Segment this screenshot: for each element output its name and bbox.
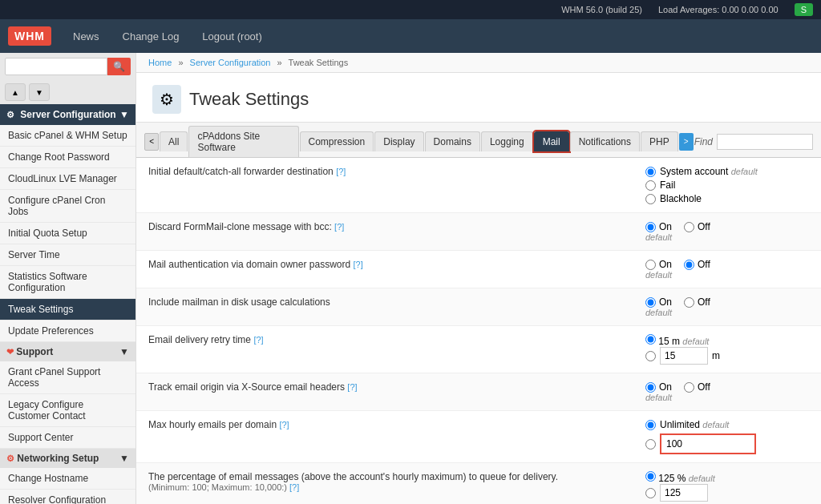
- tab-all[interactable]: All: [160, 131, 188, 151]
- radio-on-xsource[interactable]: [645, 382, 656, 393]
- tab-logging[interactable]: Logging: [481, 131, 533, 151]
- percent-input[interactable]: [660, 484, 708, 502]
- radio-percent-default[interactable]: [645, 471, 656, 482]
- settings-row-percent: The percentage of email messages (above …: [136, 463, 821, 504]
- help-maxhourly[interactable]: [?]: [279, 420, 289, 429]
- radio-unlimited-maxhourly: Unlimited default: [645, 419, 809, 430]
- formmail-default: default: [645, 232, 809, 242]
- radio-off-xsource[interactable]: [684, 382, 694, 393]
- percent-default-row: 125 % default: [645, 471, 809, 484]
- tab-mail[interactable]: Mail: [534, 131, 569, 151]
- radio-on-mailauth[interactable]: [645, 260, 656, 270]
- unlimited-label: Unlimited default: [660, 419, 729, 430]
- radio-off-mailauth[interactable]: [684, 260, 694, 270]
- sidebar-item-support-center[interactable]: Support Center: [0, 427, 135, 449]
- tab-prev-button[interactable]: <: [144, 133, 159, 151]
- radio-group-forwarder: System account default Fail Blackhole: [645, 166, 809, 204]
- sidebar-item-configure-cron[interactable]: Configure cPanel Cron Jobs: [0, 190, 135, 223]
- nav-news[interactable]: News: [63, 26, 109, 47]
- onoff-xsource: On Off: [645, 381, 809, 393]
- radio-system-account-label: System account default: [660, 166, 758, 177]
- tab-notifications[interactable]: Notifications: [570, 131, 640, 151]
- sidebar-item-change-root[interactable]: Change Root Password: [0, 147, 135, 168]
- radio-fail-input[interactable]: [645, 180, 656, 191]
- setting-control-maxhourly: Unlimited default: [633, 411, 821, 462]
- help-xsource[interactable]: [?]: [347, 382, 357, 392]
- retry-time-input-group: m: [645, 347, 809, 365]
- retry-unit-label: m: [712, 350, 720, 361]
- page-header-icon: ⚙: [152, 85, 181, 114]
- sidebar-item-tweak-settings[interactable]: Tweak Settings: [0, 299, 135, 321]
- maxhourly-input[interactable]: [660, 433, 756, 454]
- nav-logout[interactable]: Logout (root): [192, 26, 271, 47]
- radio-percent-custom[interactable]: [645, 488, 656, 498]
- sidebar-item-update-preferences[interactable]: Update Preferences: [0, 321, 135, 342]
- radio-off-formmail[interactable]: [684, 222, 694, 232]
- chevron-down-icon: ▼: [119, 109, 129, 120]
- tab-php[interactable]: PHP: [641, 131, 678, 151]
- breadcrumb-server-config[interactable]: Server Configuration: [190, 58, 271, 67]
- sidebar-item-statistics-software[interactable]: Statistics Software Configuration: [0, 266, 135, 299]
- sidebar-item-resolver-config[interactable]: Resolver Configuration: [0, 490, 135, 504]
- sidebar-back-button[interactable]: ▲: [5, 83, 26, 101]
- off-xsource: Off: [684, 381, 710, 393]
- radio-blackhole-input[interactable]: [645, 194, 656, 204]
- sidebar-item-change-hostname[interactable]: Change Hostname: [0, 468, 135, 490]
- help-forwarder[interactable]: [?]: [336, 167, 346, 176]
- percent-input-group: [645, 484, 809, 502]
- breadcrumb-home[interactable]: Home: [148, 58, 172, 67]
- radio-retry-default[interactable]: [645, 334, 656, 345]
- load-averages: Load Averages: 0.00 0.00 0.00: [658, 5, 779, 14]
- whm-version: WHM 56.0 (build 25): [561, 5, 642, 14]
- tab-domains[interactable]: Domains: [425, 131, 480, 151]
- sidebar-item-legacy-configure[interactable]: Legacy Configure Customer Contact: [0, 394, 135, 427]
- percent-sublabel: (Minimum: 100; Maximum: 10,000:) [?]: [148, 482, 621, 492]
- breadcrumb-current: Tweak Settings: [289, 58, 349, 67]
- sidebar-section-server-config[interactable]: ⚙ Server Configuration ▼: [0, 104, 135, 125]
- tab-next-button[interactable]: >: [679, 133, 694, 151]
- help-formmail[interactable]: [?]: [334, 222, 344, 232]
- sidebar-section-support[interactable]: ❤ Support ▼: [0, 342, 135, 361]
- radio-off-mailman[interactable]: [684, 297, 694, 308]
- radio-blackhole: Blackhole: [645, 193, 809, 204]
- find-input[interactable]: [717, 134, 813, 150]
- sidebar-item-server-time[interactable]: Server Time: [0, 244, 135, 266]
- radio-retry-custom[interactable]: [645, 351, 656, 361]
- sidebar-section-networking[interactable]: ⚙ Networking Setup ▼: [0, 449, 135, 468]
- tab-display[interactable]: Display: [374, 131, 423, 151]
- server-config-icon: ⚙: [6, 110, 14, 119]
- tab-compression[interactable]: Compression: [300, 131, 374, 151]
- help-mailauth[interactable]: [?]: [353, 260, 362, 269]
- off-mailauth-label: Off: [698, 259, 710, 270]
- top-bar-info: WHM 56.0 (build 25) Load Averages: 0.00 …: [561, 3, 813, 16]
- sidebar-forward-button[interactable]: ▼: [29, 83, 50, 101]
- mailman-default: default: [645, 308, 809, 317]
- radio-on-mailman[interactable]: [645, 297, 656, 308]
- sidebar-item-cloudlinux[interactable]: CloudLinux LVE Manager: [0, 168, 135, 190]
- onoff-mailman: On Off: [645, 296, 809, 308]
- sidebar-search-button[interactable]: 🔍: [107, 58, 131, 75]
- radio-fail-label: Fail: [660, 179, 675, 191]
- help-retry[interactable]: [?]: [253, 335, 263, 345]
- setting-label-percent: The percentage of email messages (above …: [136, 463, 633, 500]
- radio-on-formmail[interactable]: [645, 222, 656, 232]
- nav-changelog[interactable]: Change Log: [113, 26, 189, 47]
- mailauth-default: default: [645, 270, 809, 280]
- setting-control-forwarder: System account default Fail Blackhole: [633, 158, 821, 212]
- settings-row-mailman: Include mailman in disk usage calculatio…: [136, 288, 821, 326]
- settings-list: Initial default/catch-all forwarder dest…: [136, 158, 821, 504]
- radio-system-account-input[interactable]: [645, 167, 656, 177]
- retry-default-label: 15 m default: [645, 334, 809, 347]
- sidebar-search-input[interactable]: [5, 58, 107, 75]
- settings-row-maxhourly: Max hourly emails per domain [?] Unlimit…: [136, 411, 821, 463]
- tab-cpaddons[interactable]: cPAddons Site Software: [188, 126, 298, 157]
- setting-label-xsource: Track email origin via X-Source email he…: [136, 373, 633, 401]
- help-percent[interactable]: [?]: [289, 482, 299, 492]
- sidebar-item-grant-cpanel-support[interactable]: Grant cPanel Support Access: [0, 361, 135, 394]
- radio-custom-maxhourly-input[interactable]: [645, 439, 656, 450]
- sidebar-item-initial-quota[interactable]: Initial Quota Setup: [0, 223, 135, 244]
- support-icon: ❤: [6, 347, 14, 357]
- retry-time-input[interactable]: [660, 347, 708, 365]
- radio-unlimited-maxhourly-input[interactable]: [645, 420, 656, 430]
- sidebar-item-basic-cpanel[interactable]: Basic cPanel & WHM Setup: [0, 125, 135, 147]
